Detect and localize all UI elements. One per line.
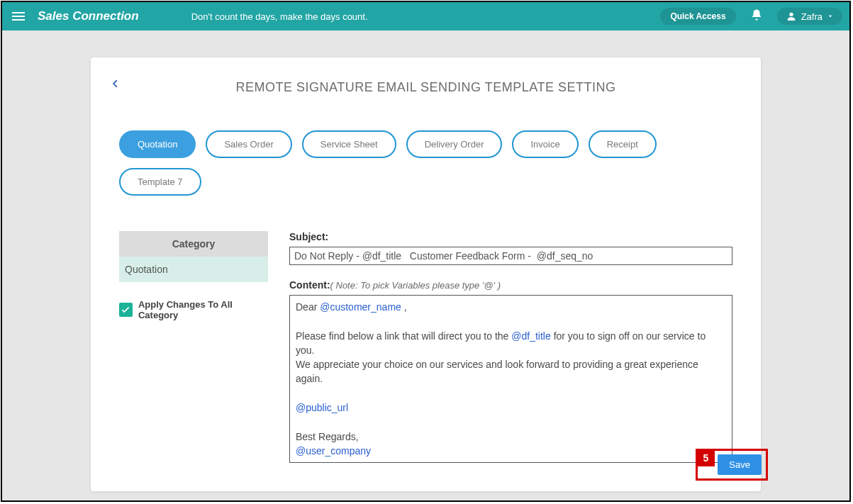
- tab-service-sheet[interactable]: Service Sheet: [302, 130, 396, 158]
- subject-label: Subject:: [289, 231, 732, 242]
- template-tabs: Quotation Sales Order Service Sheet Deli…: [119, 130, 732, 196]
- tab-invoice[interactable]: Invoice: [512, 130, 578, 158]
- chevron-down-icon: [827, 13, 834, 20]
- svg-point-0: [789, 13, 793, 16]
- settings-card: REMOTE SIGNATURE EMAIL SENDING TEMPLATE …: [91, 57, 761, 491]
- menu-icon[interactable]: [9, 9, 28, 23]
- tagline-text: Don't count the days, make the days coun…: [191, 11, 368, 22]
- tab-receipt[interactable]: Receipt: [589, 130, 657, 158]
- check-icon: [121, 305, 130, 315]
- category-item[interactable]: Quotation: [119, 257, 268, 282]
- tab-delivery-order[interactable]: Delivery Order: [406, 130, 503, 158]
- user-icon: [786, 11, 797, 22]
- annotation-number: 5: [696, 449, 715, 466]
- brand-name: Sales Connection: [38, 9, 139, 23]
- back-button[interactable]: [111, 77, 121, 92]
- subject-input[interactable]: [289, 247, 732, 265]
- user-name-label: Zafra: [801, 11, 823, 22]
- top-bar: Sales Connection Don't count the days, m…: [2, 2, 849, 30]
- user-menu[interactable]: Zafra: [777, 8, 842, 25]
- tab-quotation[interactable]: Quotation: [119, 130, 196, 158]
- save-button[interactable]: Save: [718, 454, 762, 475]
- content-label: Content:( Note: To pick Variables please…: [289, 279, 732, 291]
- content-editor[interactable]: Dear @customer_name , Please find below …: [289, 295, 732, 463]
- content-note: ( Note: To pick Variables please type '@…: [330, 280, 501, 291]
- tab-template-7[interactable]: Template 7: [119, 168, 201, 196]
- quick-access-button[interactable]: Quick Access: [660, 8, 735, 25]
- tab-sales-order[interactable]: Sales Order: [206, 130, 291, 158]
- apply-all-checkbox[interactable]: [119, 303, 133, 317]
- save-annotation-box: 5 Save: [696, 449, 768, 481]
- page-title: REMOTE SIGNATURE EMAIL SENDING TEMPLATE …: [119, 80, 732, 95]
- chevron-left-icon: [111, 79, 121, 89]
- notification-bell-icon[interactable]: [746, 9, 767, 24]
- category-header: Category: [119, 231, 268, 257]
- apply-all-label: Apply Changes To All Category: [138, 299, 268, 320]
